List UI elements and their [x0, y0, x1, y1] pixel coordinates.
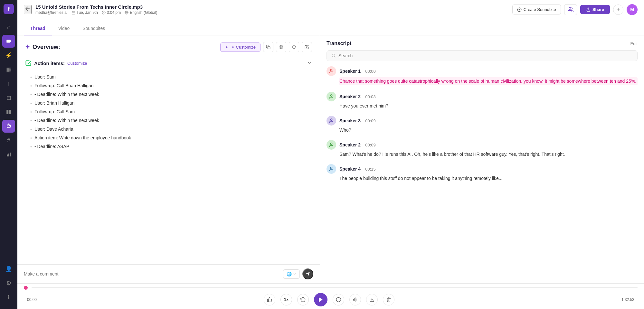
list-item: Follow-up: Call Sam: [30, 108, 312, 116]
svg-point-15: [332, 54, 335, 57]
file-info: 15 Untold Stories From Techs Inner Circl…: [35, 4, 508, 15]
delete-button[interactable]: [383, 294, 394, 305]
play-button[interactable]: [314, 293, 327, 306]
action-items-list: User: Sam Follow-up: Call Brian Halligan…: [25, 73, 312, 151]
svg-rect-9: [72, 11, 75, 14]
content-area: ✦ Overview: ✦ ✦ Customize: [17, 35, 644, 283]
language-selector-button[interactable]: 🌐: [283, 269, 300, 279]
speaker-row: Speaker 2 00:09: [327, 140, 638, 150]
svg-marker-21: [319, 297, 323, 302]
rewind-button[interactable]: [297, 294, 309, 305]
transcript-item: Speaker 3 00:09 Who?: [327, 116, 638, 134]
svg-point-18: [330, 119, 332, 120]
svg-point-13: [569, 7, 571, 9]
comment-input[interactable]: [24, 271, 280, 276]
header-actions: Create Soundbite Share + M: [512, 4, 638, 15]
svg-point-6: [9, 125, 10, 126]
list-item: - Deadline: Within the next week: [30, 116, 312, 125]
sidebar-item-lightning[interactable]: ⚡: [2, 49, 15, 62]
forward-button[interactable]: [333, 294, 344, 305]
speaker-row: Speaker 3 00:09: [327, 116, 638, 126]
sidebar-item-video[interactable]: [2, 35, 15, 48]
progress-bar[interactable]: [32, 287, 638, 288]
transcript-text: Who?: [339, 127, 638, 134]
globe-icon: 🌐: [287, 272, 292, 276]
tab-soundbites[interactable]: Soundbites: [76, 22, 111, 35]
create-soundbite-button[interactable]: Create Soundbite: [512, 5, 561, 14]
svg-point-19: [330, 143, 332, 145]
user-avatar[interactable]: M: [627, 4, 638, 15]
chevron-down-icon[interactable]: [307, 60, 312, 66]
comment-area: 🌐: [17, 264, 320, 283]
overview-title: ✦ Overview:: [25, 43, 60, 51]
speaker-time: 00:15: [365, 167, 376, 172]
email: medha@fireflies.ai: [35, 10, 68, 15]
sidebar-item-info[interactable]: ℹ: [2, 291, 15, 304]
speaker-avatar: [327, 164, 336, 174]
download-button[interactable]: [366, 294, 378, 305]
search-input[interactable]: [338, 53, 633, 58]
transcript-text: The people building this stuff do not ap…: [339, 175, 638, 182]
thread-content: ✦ Overview: ✦ ✦ Customize: [17, 35, 320, 264]
speed-button[interactable]: 1x: [280, 294, 292, 305]
action-items-section: Action items: Customize User: Sam Follow…: [25, 57, 312, 151]
sidebar-item-grid[interactable]: ▦: [2, 63, 15, 76]
filename: 15 Untold Stories From Techs Inner Circl…: [35, 4, 508, 10]
date-meta: Tue, Jan 9th: [71, 10, 98, 15]
sidebar-item-panel[interactable]: [2, 106, 15, 118]
manage-access-button[interactable]: [564, 4, 577, 15]
sidebar-item-person[interactable]: 👤: [2, 263, 15, 276]
transcript-text: Have you ever met him?: [339, 103, 638, 109]
thread-panel: ✦ Overview: ✦ ✦ Customize: [17, 35, 320, 283]
sidebar-item-chart[interactable]: [2, 148, 15, 161]
language-meta: English (Global): [125, 10, 157, 15]
copy-button[interactable]: [263, 42, 273, 52]
edit-link[interactable]: Edit: [630, 41, 638, 46]
list-item: User: Sam: [30, 73, 312, 81]
progress-area: [17, 284, 644, 290]
list-item: User: Brian Halligan: [30, 99, 312, 108]
svg-point-8: [8, 123, 9, 124]
sidebar-item-hash[interactable]: #: [2, 134, 15, 147]
customize-icon: ✦: [225, 45, 229, 50]
speaker-avatar: [327, 66, 336, 76]
controls-center: 1x: [264, 293, 394, 306]
sidebar-item-upload[interactable]: ↑: [2, 77, 15, 90]
speaker-row: Speaker 2 00:08: [327, 92, 638, 101]
speaker-avatar: [327, 116, 336, 126]
share-button[interactable]: Share: [580, 5, 610, 14]
overview-actions: ✦ ✦ Customize: [220, 42, 312, 52]
send-button[interactable]: [302, 268, 313, 279]
speaker-row: Speaker 1 00:00: [327, 66, 638, 76]
tab-video[interactable]: Video: [52, 22, 76, 35]
list-item: - Deadline: ASAP: [30, 142, 312, 151]
transcript-header: Transcript Edit: [327, 41, 638, 46]
svg-text:f: f: [8, 6, 10, 12]
svg-point-16: [330, 69, 332, 71]
sidebar-item-bot[interactable]: [2, 120, 15, 133]
speaker-name: Speaker 3: [339, 118, 361, 123]
action-items-header: Action items: Customize: [25, 57, 312, 69]
list-item: - Deadline: Within the next week: [30, 90, 312, 99]
top-header: 15 Untold Stories From Techs Inner Circl…: [17, 0, 644, 19]
time-current: 00:00: [27, 297, 37, 302]
add-button[interactable]: +: [613, 5, 623, 15]
sidebar-item-layers[interactable]: ⊟: [2, 91, 15, 104]
progress-dot[interactable]: [24, 286, 28, 290]
layers-button[interactable]: [276, 42, 286, 52]
customize-button[interactable]: ✦ ✦ Customize: [220, 42, 260, 52]
transcript-item: Speaker 4 00:15 The people building this…: [327, 164, 638, 182]
refresh-button[interactable]: [289, 42, 299, 52]
action-items-customize-link[interactable]: Customize: [67, 61, 87, 66]
back-button[interactable]: [24, 5, 32, 14]
overview-header: ✦ Overview: ✦ ✦ Customize: [25, 42, 312, 52]
like-button[interactable]: [264, 294, 275, 305]
tab-thread[interactable]: Thread: [24, 22, 52, 35]
search-icon: [331, 53, 336, 58]
sidebar-item-settings[interactable]: ⚙: [2, 277, 15, 290]
waveform-button[interactable]: [349, 294, 361, 305]
sidebar-item-home[interactable]: ⌂: [2, 21, 15, 33]
sidebar-logo[interactable]: f: [4, 4, 14, 14]
speaker-name: Speaker 2: [339, 94, 361, 99]
edit-button[interactable]: [302, 42, 312, 52]
